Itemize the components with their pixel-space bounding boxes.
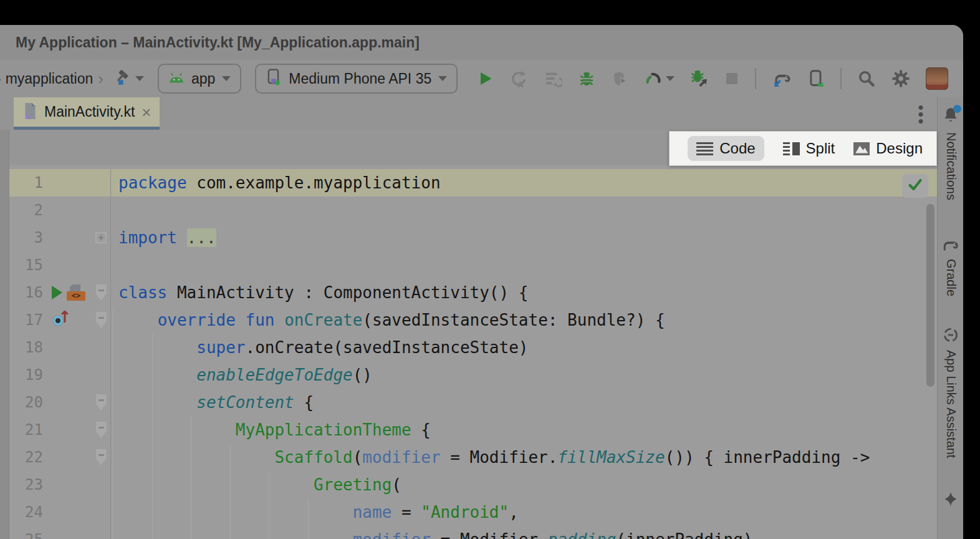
code-line-3[interactable]: 3import ... — [9, 224, 937, 251]
line-number: 1 — [9, 169, 47, 197]
code-view-icon — [696, 142, 713, 155]
fold-expand-icon[interactable] — [95, 232, 107, 243]
mode-split[interactable]: Split — [783, 140, 835, 157]
code-text[interactable]: MyApplicationTheme { — [110, 416, 937, 444]
code-line-25[interactable]: 25 modifier = Modifier.padding(innerPadd… — [9, 526, 937, 539]
chevron-right-icon: › — [98, 70, 103, 87]
code-editor[interactable]: 1package com.example.myapplication23impo… — [9, 165, 937, 539]
line-number: 20 — [9, 389, 47, 416]
code-text[interactable]: modifier = Modifier.padding(innerPadding… — [110, 526, 937, 539]
code-text[interactable]: Greeting( — [110, 471, 937, 498]
run-icon[interactable] — [52, 286, 62, 299]
fold-collapse-icon[interactable] — [96, 284, 107, 301]
code-line-2[interactable]: 2 — [9, 197, 937, 224]
attach-debugger-button[interactable] — [690, 69, 709, 88]
compose-preview-icon[interactable] — [67, 284, 85, 301]
device-selector[interactable]: Medium Phone API 35 — [255, 64, 458, 94]
code-line-22[interactable]: 22 Scaffold(modifier = Modifier.fillMaxS… — [9, 444, 937, 471]
code-text[interactable]: Scaffold(modifier = Modifier.fillMaxSize… — [110, 444, 937, 471]
code-text[interactable]: super.onCreate(savedInstanceState) — [110, 334, 937, 361]
code-line-24[interactable]: 24 name = "Android", — [9, 498, 937, 526]
code-line-18[interactable]: 18 super.onCreate(savedInstanceState) — [9, 334, 937, 361]
line-number: 25 — [9, 526, 47, 539]
toolbar-separator — [755, 68, 756, 89]
gradle-sync-button[interactable] — [772, 69, 792, 88]
fold-collapse-icon[interactable] — [96, 394, 107, 410]
code-line-16[interactable]: 16class MainActivity : ComponentActivity… — [9, 279, 937, 306]
close-icon[interactable]: × — [142, 104, 151, 120]
profiler-button[interactable] — [644, 70, 675, 87]
fold-gutter — [92, 471, 110, 498]
editor-scrollbar[interactable] — [926, 204, 934, 387]
android-studio-window: My Application – MainActivity.kt [My_App… — [0, 25, 963, 539]
more-options-icon[interactable]: ••• — [916, 104, 925, 124]
split-view-icon — [783, 142, 800, 155]
fold-collapse-icon[interactable] — [96, 449, 107, 465]
fold-gutter — [92, 334, 110, 361]
code-line-21[interactable]: 21 MyApplicationTheme { — [9, 416, 937, 444]
tool-app-links[interactable] — [942, 326, 959, 346]
profile-app-button[interactable] — [611, 70, 628, 87]
window-title: My Application – MainActivity.kt [My_App… — [0, 25, 963, 60]
apply-changes-button[interactable]: A — [509, 69, 528, 88]
fold-gutter — [92, 416, 110, 444]
code-text[interactable]: class MainActivity : ComponentActivity()… — [110, 279, 937, 306]
tool-gradle[interactable] — [941, 236, 961, 255]
phone-device-icon — [266, 68, 282, 89]
module-selector[interactable]: app — [158, 64, 241, 94]
bell-icon — [941, 116, 960, 127]
build-button[interactable] — [113, 68, 144, 89]
gutter-icons — [47, 251, 92, 279]
fold-collapse-icon[interactable] — [96, 312, 107, 328]
stop-button[interactable] — [724, 71, 739, 86]
breadcrumb[interactable]: myapplication — [6, 70, 94, 87]
run-button[interactable] — [476, 70, 494, 87]
tool-gemini[interactable] — [942, 490, 959, 510]
user-avatar[interactable] — [926, 67, 948, 90]
code-line-23[interactable]: 23 Greeting( — [9, 471, 937, 498]
fold-gutter — [92, 306, 110, 334]
fold-collapse-icon[interactable] — [96, 422, 107, 438]
tool-app-links-label[interactable]: App Links Assistant — [944, 350, 958, 458]
chevron-right-icon: › — [0, 70, 2, 87]
device-manager-button[interactable] — [807, 69, 825, 88]
line-number: 3 — [9, 224, 47, 251]
tab-mainactivity[interactable]: MainActivity.kt × — [14, 97, 160, 130]
debug-button[interactable] — [578, 70, 595, 87]
mode-design[interactable]: Design — [853, 140, 923, 157]
code-text[interactable]: name = "Android", — [110, 498, 937, 526]
apply-code-changes-button[interactable] — [544, 69, 562, 88]
code-text[interactable]: import ... — [110, 224, 937, 251]
code-line-20[interactable]: 20 setContent { — [9, 389, 937, 416]
app-links-icon — [942, 335, 959, 346]
code-line-17[interactable]: 17 override fun onCreate(savedInstanceSt… — [9, 306, 937, 334]
tool-notifications[interactable] — [941, 106, 960, 127]
mode-code-selected[interactable]: Code — [688, 136, 764, 161]
code-text[interactable] — [110, 197, 937, 224]
code-line-1[interactable]: 1package com.example.myapplication — [9, 169, 937, 197]
gutter-icons — [47, 471, 92, 498]
fold-gutter — [92, 224, 110, 251]
tool-gradle-label[interactable]: Gradle — [944, 259, 958, 296]
code-text[interactable]: override fun onCreate(savedInstanceState… — [110, 306, 937, 334]
code-line-15[interactable]: 15 — [9, 251, 937, 279]
tool-notifications-label[interactable]: Notifications — [944, 132, 958, 200]
line-number: 15 — [9, 251, 47, 279]
code-text[interactable]: setContent { — [110, 389, 937, 416]
code-text[interactable]: package com.example.myapplication — [110, 169, 937, 197]
code-text[interactable]: enableEdgeToEdge() — [110, 361, 937, 389]
toolbar-separator — [840, 68, 842, 89]
gutter-icons — [47, 169, 92, 197]
search-everywhere-button[interactable] — [857, 69, 876, 88]
line-number: 2 — [9, 197, 47, 224]
fold-gutter — [92, 279, 110, 306]
inspections-widget[interactable] — [902, 174, 928, 198]
line-number: 17 — [9, 306, 47, 334]
code-line-19[interactable]: 19 enableEdgeToEdge() — [9, 361, 937, 389]
mode-code-label: Code — [719, 140, 755, 157]
code-text[interactable] — [110, 251, 937, 279]
gutter-icons — [47, 526, 92, 539]
override-indicator-icon[interactable] — [52, 312, 72, 328]
gutter-icons — [47, 361, 92, 389]
settings-button[interactable] — [891, 69, 910, 88]
